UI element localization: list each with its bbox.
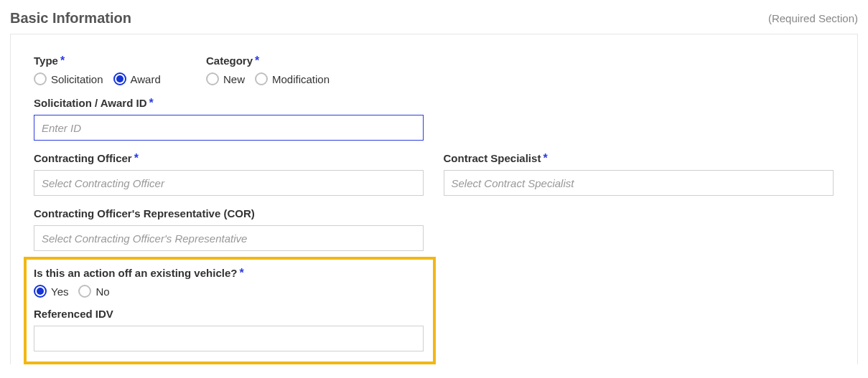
type-solicitation-option[interactable]: Solicitation <box>34 72 103 85</box>
cor-label: Contracting Officer's Representative (CO… <box>34 207 255 219</box>
type-award-label: Award <box>131 73 161 85</box>
radio-checked-icon <box>113 72 126 85</box>
solicitation-award-id-label: Solicitation / Award ID <box>34 97 147 109</box>
solicitation-award-id-field: Solicitation / Award ID* <box>34 97 834 141</box>
existing-vehicle-highlight: Is this an action off an existing vehicl… <box>24 257 436 364</box>
required-section-label: (Required Section) <box>768 12 858 24</box>
contract-specialist-label: Contract Specialist <box>444 152 541 164</box>
required-star: * <box>239 267 243 279</box>
category-new-option[interactable]: New <box>206 72 245 85</box>
type-award-option[interactable]: Award <box>113 72 161 85</box>
referenced-idv-input[interactable] <box>34 326 424 351</box>
contract-specialist-field: Contract Specialist* <box>444 152 835 196</box>
required-star: * <box>255 55 259 67</box>
required-star: * <box>149 97 154 109</box>
contracting-officer-label: Contracting Officer <box>34 152 132 164</box>
referenced-idv-field: Referenced IDV <box>34 308 426 351</box>
category-modification-label: Modification <box>272 73 330 85</box>
section-title: Basic Information <box>10 10 131 27</box>
vehicle-no-option[interactable]: No <box>78 285 109 298</box>
basic-info-panel: Type* Solicitation Award Category* <box>10 34 858 364</box>
vehicle-no-label: No <box>95 285 109 298</box>
referenced-idv-label: Referenced IDV <box>34 308 113 320</box>
type-solicitation-label: Solicitation <box>51 73 103 85</box>
contract-specialist-input[interactable] <box>444 170 834 196</box>
vehicle-yes-label: Yes <box>51 285 68 298</box>
radio-checked-icon <box>34 285 47 298</box>
category-modification-option[interactable]: Modification <box>255 72 330 85</box>
section-header: Basic Information (Required Section) <box>0 0 868 34</box>
type-field: Type* Solicitation Award <box>34 55 177 85</box>
category-new-label: New <box>223 73 245 85</box>
radio-unchecked-icon <box>255 72 268 85</box>
required-star: * <box>60 55 65 67</box>
existing-vehicle-field: Is this an action off an existing vehicl… <box>34 267 426 298</box>
required-star: * <box>134 152 139 164</box>
category-label: Category <box>206 55 253 67</box>
category-field: Category* New Modification <box>206 55 330 85</box>
required-star: * <box>543 152 547 164</box>
radio-unchecked-icon <box>78 285 91 298</box>
contracting-officer-input[interactable] <box>34 170 424 196</box>
solicitation-award-id-input[interactable] <box>34 115 424 141</box>
contracting-officer-field: Contracting Officer* <box>34 152 425 196</box>
radio-unchecked-icon <box>206 72 219 85</box>
existing-vehicle-label: Is this an action off an existing vehicl… <box>34 267 237 279</box>
vehicle-yes-option[interactable]: Yes <box>34 285 68 298</box>
type-label: Type <box>34 55 58 67</box>
cor-field: Contracting Officer's Representative (CO… <box>34 207 834 251</box>
radio-unchecked-icon <box>34 72 47 85</box>
cor-input[interactable] <box>34 225 424 251</box>
